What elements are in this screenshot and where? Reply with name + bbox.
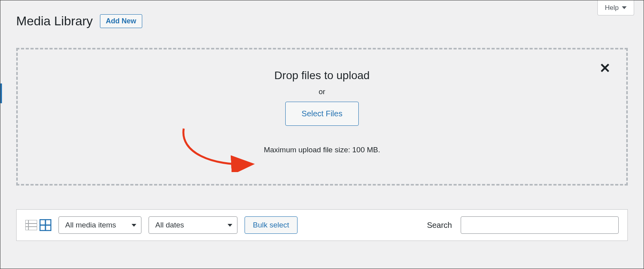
chevron-down-icon [622,6,627,9]
list-view-icon[interactable] [25,220,37,230]
search-label: Search [427,221,452,230]
dropzone-or-text: or [319,87,326,96]
media-type-select[interactable]: All media items [58,216,141,234]
grid-view-icon[interactable] [40,219,51,231]
max-upload-size-text: Maximum upload file size: 100 MB. [264,146,380,154]
view-mode-toggle [25,219,51,231]
media-type-selected-label: All media items [65,221,116,229]
help-label: Help [605,4,619,12]
help-tab[interactable]: Help [597,0,634,15]
date-selected-label: All dates [155,221,184,229]
add-new-button[interactable]: Add New [100,14,142,28]
page-title: Media Library [16,14,93,28]
page-header: Media Library Add New [16,14,142,28]
svg-rect-1 [25,220,37,230]
upload-dropzone[interactable]: ✕ Drop files to upload or Select Files M… [16,48,628,186]
search-input[interactable] [461,216,619,234]
date-filter-select[interactable]: All dates [149,216,237,234]
dropzone-title: Drop files to upload [274,69,369,82]
left-accent-bar [0,83,2,103]
dropzone-content: Drop files to upload or Select Files Max… [18,69,626,154]
bulk-select-button[interactable]: Bulk select [245,216,298,234]
chevron-down-icon [228,224,232,227]
select-files-button[interactable]: Select Files [285,102,358,126]
media-library-page: Help Media Library Add New ✕ Drop files … [0,0,644,269]
media-filter-bar: All media items All dates Bulk select Se… [16,209,628,241]
chevron-down-icon [132,224,136,227]
